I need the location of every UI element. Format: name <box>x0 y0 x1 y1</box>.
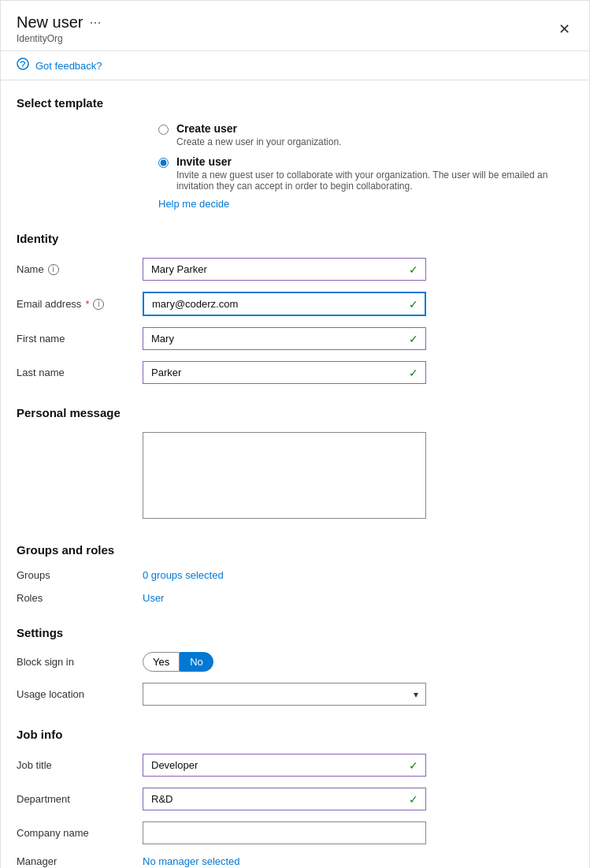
usage-location-label: Usage location <box>17 688 143 700</box>
firstname-label: First name <box>17 333 143 345</box>
new-user-panel: New user ··· IdentityOrg ✕ Got feedback?… <box>0 0 590 868</box>
template-section: Select template Create user Create a new… <box>17 96 573 210</box>
feedback-icon <box>17 58 29 73</box>
feedback-label: Got feedback? <box>35 60 102 72</box>
panel-subtitle: IdentityOrg <box>17 33 102 44</box>
identity-title: Identity <box>17 232 573 245</box>
identity-section: Identity Name i ✓ Email address * i <box>17 232 573 384</box>
feedback-bar[interactable]: Got feedback? <box>1 51 589 80</box>
required-star: * <box>85 298 89 310</box>
department-check-icon: ✓ <box>409 793 418 806</box>
job-title-row: Job title ✓ <box>17 754 573 777</box>
template-section-title: Select template <box>17 96 573 110</box>
roles-link[interactable]: User <box>143 592 164 604</box>
panel-header: New user ··· IdentityOrg ✕ <box>1 1 589 51</box>
usage-location-row: Usage location ▾ <box>17 683 573 706</box>
manager-row: Manager No manager selected <box>17 855 573 867</box>
name-row: Name i ✓ <box>17 258 573 281</box>
block-signin-row: Block sign in Yes No <box>17 652 573 672</box>
lastname-row: Last name ✓ <box>17 361 573 384</box>
email-info-icon: i <box>93 299 104 310</box>
create-user-label: Create user <box>176 122 341 135</box>
job-title-label: Job title <box>17 759 143 771</box>
company-name-row: Company name <box>17 821 573 844</box>
name-label: Name i <box>17 263 143 275</box>
company-name-label: Company name <box>17 827 143 839</box>
more-options-icon[interactable]: ··· <box>89 14 101 31</box>
close-button[interactable]: ✕ <box>555 17 573 41</box>
lastname-input-wrapper: ✓ <box>143 361 426 384</box>
name-info-icon: i <box>48 264 59 275</box>
personal-message-section: Personal message <box>17 406 573 521</box>
name-input[interactable] <box>143 258 426 281</box>
job-info-section: Job info Job title ✓ Department ✓ Compa <box>17 728 573 867</box>
personal-message-textarea[interactable] <box>143 432 426 519</box>
usage-location-select[interactable] <box>143 683 426 706</box>
invite-user-radio[interactable] <box>158 158 169 168</box>
roles-label: Roles <box>17 592 143 604</box>
create-user-option[interactable]: Create user Create a new user in your or… <box>158 122 573 147</box>
department-label: Department <box>17 793 143 805</box>
manager-label: Manager <box>17 855 143 867</box>
email-check-icon: ✓ <box>409 298 418 311</box>
groups-label: Groups <box>17 569 143 581</box>
firstname-input[interactable] <box>143 327 426 350</box>
groups-link[interactable]: 0 groups selected <box>143 569 224 581</box>
create-user-desc: Create a new user in your organization. <box>176 136 341 147</box>
roles-row: Roles User <box>17 592 573 604</box>
name-input-wrapper: ✓ <box>143 258 426 281</box>
help-me-decide-link[interactable]: Help me decide <box>158 198 229 210</box>
invite-user-desc: Invite a new guest user to collaborate w… <box>176 170 573 192</box>
lastname-check-icon: ✓ <box>409 367 418 379</box>
usage-location-select-wrapper: ▾ <box>143 683 426 706</box>
block-signin-label: Block sign in <box>17 656 143 668</box>
no-toggle-btn[interactable]: No <box>180 652 213 672</box>
company-name-input-wrapper <box>143 821 426 844</box>
svg-point-1 <box>22 66 23 67</box>
template-options: Create user Create a new user in your or… <box>158 122 573 192</box>
svg-point-0 <box>17 58 28 69</box>
settings-section: Settings Block sign in Yes No Usage loca… <box>17 626 573 706</box>
firstname-row: First name ✓ <box>17 327 573 350</box>
groups-roles-title: Groups and roles <box>17 543 573 557</box>
department-input-wrapper: ✓ <box>143 788 426 810</box>
personal-message-title: Personal message <box>17 406 573 419</box>
company-name-input[interactable] <box>143 821 426 844</box>
panel-content: Select template Create user Create a new… <box>1 80 589 868</box>
block-signin-toggle: Yes No <box>143 652 213 672</box>
manager-link[interactable]: No manager selected <box>143 855 240 867</box>
email-input-wrapper: ✓ <box>143 292 426 316</box>
title-row: New user ··· <box>17 13 102 32</box>
department-input[interactable] <box>143 788 426 810</box>
yes-toggle-btn[interactable]: Yes <box>143 652 180 672</box>
groups-row: Groups 0 groups selected <box>17 569 573 581</box>
panel-title: New user <box>17 13 83 32</box>
name-check-icon: ✓ <box>409 263 418 276</box>
invite-user-option[interactable]: Invite user Invite a new guest user to c… <box>158 155 573 192</box>
lastname-input[interactable] <box>143 361 426 384</box>
email-label: Email address * i <box>17 298 143 310</box>
job-title-input[interactable] <box>143 754 426 777</box>
email-row: Email address * i ✓ <box>17 292 573 316</box>
settings-title: Settings <box>17 626 573 639</box>
invite-user-label: Invite user <box>176 155 573 168</box>
create-user-radio[interactable] <box>158 125 169 135</box>
job-info-title: Job info <box>17 728 573 741</box>
job-title-input-wrapper: ✓ <box>143 754 426 777</box>
firstname-input-wrapper: ✓ <box>143 327 426 350</box>
groups-roles-section: Groups and roles Groups 0 groups selecte… <box>17 543 573 604</box>
lastname-label: Last name <box>17 367 143 378</box>
firstname-check-icon: ✓ <box>409 333 418 345</box>
email-input[interactable] <box>143 292 426 316</box>
department-row: Department ✓ <box>17 788 573 810</box>
job-title-check-icon: ✓ <box>409 759 418 772</box>
